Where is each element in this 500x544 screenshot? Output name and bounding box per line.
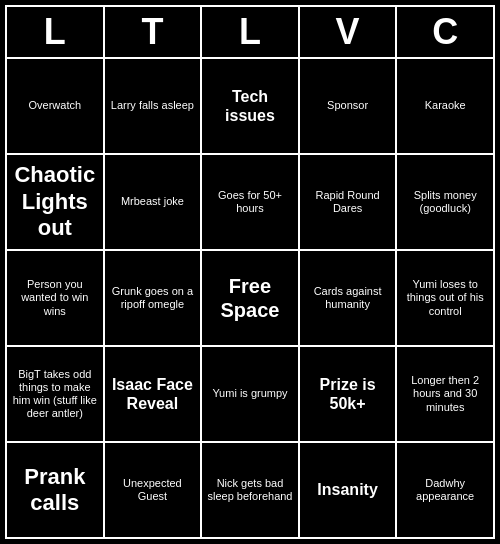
header-col-3: V <box>300 7 398 57</box>
cell-1-3: Rapid Round Dares <box>300 155 398 249</box>
cell-4-0: Prank calls <box>7 443 105 537</box>
cell-4-4: Dadwhy appearance <box>397 443 493 537</box>
cell-4-1: Unexpected Guest <box>105 443 203 537</box>
cell-1-4: Splits money (goodluck) <box>397 155 493 249</box>
cell-1-2: Goes for 50+ hours <box>202 155 300 249</box>
bingo-card: LTLVC OverwatchLarry falls asleepTech is… <box>5 5 495 539</box>
cell-3-0: BigT takes odd things to make him win (s… <box>7 347 105 441</box>
cell-0-4: Karaoke <box>397 59 493 153</box>
row-3: BigT takes odd things to make him win (s… <box>7 347 493 443</box>
cell-1-0: Chaotic Lights out <box>7 155 105 249</box>
cell-4-3: Insanity <box>300 443 398 537</box>
cell-0-1: Larry falls asleep <box>105 59 203 153</box>
cell-2-2: Free Space <box>202 251 300 345</box>
header-col-2: L <box>202 7 300 57</box>
header-col-1: T <box>105 7 203 57</box>
cell-1-1: Mrbeast joke <box>105 155 203 249</box>
cell-3-4: Longer then 2 hours and 30 minutes <box>397 347 493 441</box>
header-col-4: C <box>397 7 493 57</box>
header-col-0: L <box>7 7 105 57</box>
cell-3-1: Isaac Face Reveal <box>105 347 203 441</box>
cell-0-3: Sponsor <box>300 59 398 153</box>
header-row: LTLVC <box>7 7 493 59</box>
cell-3-2: Yumi is grumpy <box>202 347 300 441</box>
row-2: Person you wanted to win winsGrunk goes … <box>7 251 493 347</box>
cell-2-3: Cards against humanity <box>300 251 398 345</box>
cell-2-4: Yumi loses to things out of his control <box>397 251 493 345</box>
row-0: OverwatchLarry falls asleepTech issuesSp… <box>7 59 493 155</box>
grid: OverwatchLarry falls asleepTech issuesSp… <box>7 59 493 537</box>
cell-0-2: Tech issues <box>202 59 300 153</box>
row-4: Prank callsUnexpected GuestNick gets bad… <box>7 443 493 537</box>
cell-3-3: Prize is 50k+ <box>300 347 398 441</box>
cell-2-0: Person you wanted to win wins <box>7 251 105 345</box>
cell-4-2: Nick gets bad sleep beforehand <box>202 443 300 537</box>
row-1: Chaotic Lights outMrbeast jokeGoes for 5… <box>7 155 493 251</box>
cell-2-1: Grunk goes on a ripoff omegle <box>105 251 203 345</box>
cell-0-0: Overwatch <box>7 59 105 153</box>
